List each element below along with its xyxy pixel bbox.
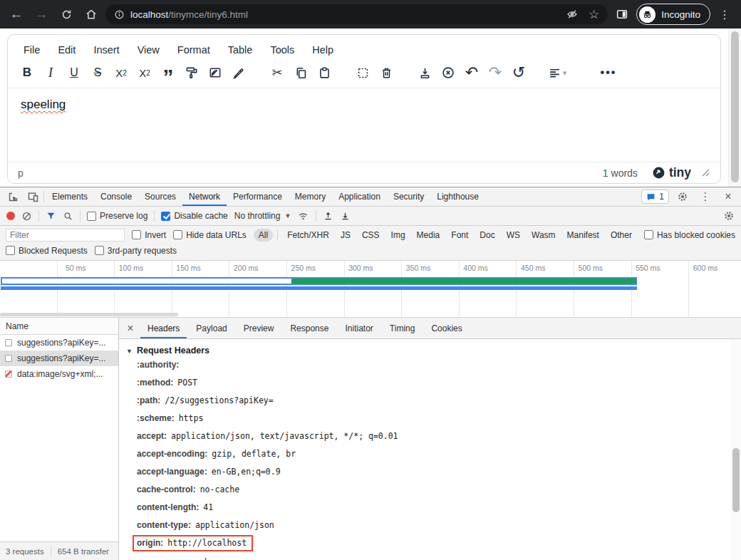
hide-data-urls-checkbox[interactable]: Hide data URLs: [173, 230, 247, 240]
filter-type-manifest[interactable]: Manifest: [562, 229, 604, 242]
browser-menu-icon[interactable]: ⋮: [714, 4, 735, 25]
throttling-dropdown[interactable]: No throttling ▼: [234, 211, 291, 221]
cut-icon[interactable]: ✂: [266, 62, 288, 83]
blocked-requests-checkbox[interactable]: Blocked Requests: [6, 246, 88, 256]
menu-table[interactable]: Table: [221, 41, 260, 59]
devtools-tab-console[interactable]: Console: [94, 187, 138, 206]
menu-help[interactable]: Help: [305, 41, 341, 59]
devtools-tab-performance[interactable]: Performance: [227, 187, 289, 206]
detail-tab-headers[interactable]: Headers: [140, 318, 187, 338]
italic-icon[interactable]: I: [40, 62, 61, 83]
menu-file[interactable]: File: [16, 41, 47, 59]
devtools-tab-network[interactable]: Network: [182, 187, 227, 206]
info-icon[interactable]: [114, 9, 125, 20]
element-path[interactable]: p: [18, 167, 24, 179]
record-icon[interactable]: [6, 212, 15, 220]
underline-icon[interactable]: U: [63, 62, 85, 83]
eye-blocked-icon[interactable]: [566, 8, 579, 21]
back-icon[interactable]: ←: [6, 4, 27, 25]
image-frame-icon[interactable]: [204, 62, 226, 83]
copy-icon[interactable]: [290, 62, 311, 83]
bookmark-star-icon[interactable]: ☆: [589, 7, 599, 22]
menu-format[interactable]: Format: [170, 41, 217, 59]
name-column-header[interactable]: Name: [0, 318, 118, 335]
strikethrough-icon[interactable]: S: [87, 62, 108, 83]
address-bar[interactable]: localhost/tinymce/tiny6.html ☆: [105, 4, 608, 24]
devtools-tab-application[interactable]: Application: [332, 187, 387, 206]
devtools-tab-lighthouse[interactable]: Lighthouse: [430, 187, 485, 206]
network-settings-icon[interactable]: [723, 210, 735, 222]
more-toolbar-icon[interactable]: •••: [598, 62, 619, 83]
detail-tab-cookies[interactable]: Cookies: [424, 318, 469, 338]
export-icon[interactable]: [414, 62, 435, 83]
third-party-requests-checkbox[interactable]: 3rd-party requests: [95, 246, 177, 256]
bold-icon[interactable]: B: [16, 62, 38, 83]
overview-scrollbar[interactable]: [0, 313, 178, 316]
select-all-icon[interactable]: [352, 62, 373, 83]
cancel-icon[interactable]: [437, 62, 459, 83]
filter-type-all[interactable]: All: [254, 229, 273, 242]
tiny-brand[interactable]: tiny: [652, 165, 691, 180]
detail-tab-initiator[interactable]: Initiator: [338, 318, 380, 338]
clear-icon[interactable]: [21, 211, 32, 222]
trash-icon[interactable]: [375, 62, 397, 83]
side-panel-icon[interactable]: [611, 4, 633, 25]
filter-type-wasm[interactable]: Wasm: [527, 229, 561, 242]
filter-type-js[interactable]: JS: [336, 229, 356, 242]
export-har-icon[interactable]: [340, 211, 351, 222]
devtools-tab-elements[interactable]: Elements: [46, 187, 94, 206]
issues-counter[interactable]: 1: [641, 190, 669, 204]
menu-view[interactable]: View: [130, 41, 167, 59]
invert-checkbox[interactable]: Invert: [132, 230, 166, 240]
request-row[interactable]: suggestions?apiKey=...: [0, 335, 118, 351]
page-scrollbar-thumb[interactable]: [731, 31, 739, 182]
format-painter-icon[interactable]: [181, 62, 202, 83]
filter-type-fetch-xhr[interactable]: Fetch/XHR: [282, 229, 334, 242]
forward-icon[interactable]: →: [31, 4, 52, 25]
close-detail-icon[interactable]: ×: [123, 322, 138, 335]
menu-tools[interactable]: Tools: [263, 41, 301, 59]
reload-icon[interactable]: [56, 4, 77, 25]
word-count[interactable]: 1 words: [603, 167, 638, 179]
blockquote-icon[interactable]: ”: [157, 62, 179, 83]
request-headers-section[interactable]: ▼ Request Headers: [125, 346, 727, 356]
filter-funnel-icon[interactable]: [46, 211, 56, 222]
menu-insert[interactable]: Insert: [86, 41, 126, 59]
detail-scrollbar[interactable]: [731, 339, 741, 560]
page-scrollbar[interactable]: [728, 28, 741, 187]
devtools-menu-icon[interactable]: ⋮: [696, 188, 715, 205]
redo-icon[interactable]: ↷: [484, 62, 506, 83]
network-conditions-icon[interactable]: [297, 210, 309, 222]
subscript-icon[interactable]: X2: [110, 62, 132, 83]
restore-draft-icon[interactable]: ↺: [508, 62, 529, 83]
request-row[interactable]: suggestions?apiKey=...: [0, 351, 118, 366]
filter-input[interactable]: [6, 229, 125, 242]
paste-icon[interactable]: [314, 62, 335, 83]
detail-tab-payload[interactable]: Payload: [189, 318, 234, 338]
devtools-close-icon[interactable]: ×: [719, 188, 737, 205]
detail-scrollbar-thumb[interactable]: [732, 448, 740, 512]
device-toolbar-icon[interactable]: [24, 188, 42, 205]
inspect-element-icon[interactable]: [4, 188, 22, 205]
filter-type-other[interactable]: Other: [606, 229, 637, 242]
disable-cache-checkbox[interactable]: Disable cache: [161, 211, 227, 221]
filter-type-font[interactable]: Font: [446, 229, 473, 242]
home-icon[interactable]: [81, 4, 102, 25]
devtools-tab-sources[interactable]: Sources: [138, 187, 182, 206]
align-left-icon[interactable]: ▾: [546, 62, 568, 83]
misspelled-word[interactable]: speeling: [21, 98, 66, 111]
filter-type-css[interactable]: CSS: [357, 229, 385, 242]
preserve-log-checkbox[interactable]: Preserve log: [87, 211, 147, 221]
network-overview-timeline[interactable]: 50 ms100 ms150 ms200 ms250 ms300 ms350 m…: [0, 261, 741, 318]
detail-tab-timing[interactable]: Timing: [383, 318, 423, 338]
detail-tab-response[interactable]: Response: [283, 318, 336, 338]
search-icon[interactable]: [63, 211, 73, 222]
menu-edit[interactable]: Edit: [51, 41, 83, 59]
permanent-pen-icon[interactable]: [228, 62, 249, 83]
request-row[interactable]: data:image/svg+xml;...: [0, 366, 118, 382]
filter-type-media[interactable]: Media: [412, 229, 445, 242]
filter-type-doc[interactable]: Doc: [475, 229, 499, 242]
incognito-badge[interactable]: Incognito: [636, 4, 710, 25]
detail-tab-preview[interactable]: Preview: [237, 318, 281, 338]
import-har-icon[interactable]: [323, 211, 333, 222]
